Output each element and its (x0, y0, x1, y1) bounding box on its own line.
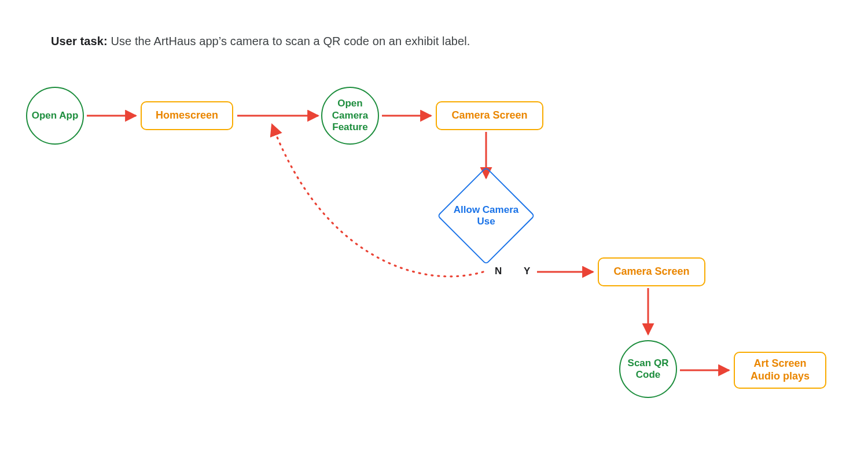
node-open-app-label: Open App (32, 110, 79, 121)
node-art-screen-audio-label: Art Screen Audio plays (745, 358, 815, 382)
branch-yes: Y (524, 266, 530, 277)
branch-no: N (495, 266, 502, 277)
task-line: User task: Use the ArtHaus app’s camera … (51, 35, 470, 48)
task-label: User task: (51, 35, 108, 47)
node-open-camera-feature-label: Open Camera Feature (322, 98, 378, 133)
task-text: Use the ArtHaus app’s camera to scan a Q… (111, 35, 470, 47)
node-open-app: Open App (26, 87, 84, 145)
node-homescreen-label: Homescreen (156, 109, 218, 122)
node-allow-camera-use-label: Allow Camera Use (451, 181, 521, 250)
node-camera-screen-1: Camera Screen (436, 101, 543, 130)
diagram-canvas: User task: Use the ArtHaus app’s camera … (0, 0, 868, 457)
node-scan-qr-code-label: Scan QR Code (620, 358, 676, 381)
node-camera-screen-2: Camera Screen (598, 257, 705, 286)
node-art-screen-audio: Art Screen Audio plays (734, 352, 826, 389)
node-open-camera-feature: Open Camera Feature (321, 87, 379, 145)
node-allow-camera-use: Allow Camera Use (451, 181, 521, 250)
node-camera-screen-2-label: Camera Screen (613, 266, 689, 278)
node-camera-screen-1-label: Camera Screen (451, 109, 527, 122)
node-homescreen: Homescreen (141, 101, 233, 130)
node-scan-qr-code: Scan QR Code (619, 340, 677, 398)
